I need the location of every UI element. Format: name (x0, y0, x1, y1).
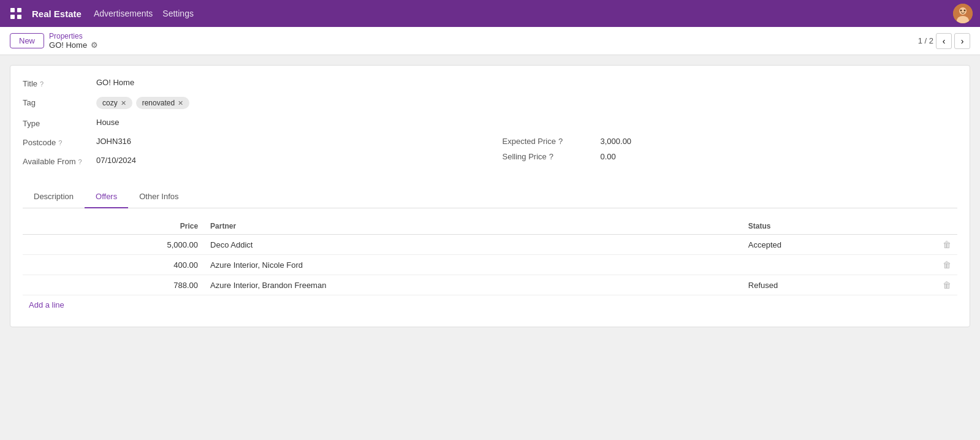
selling-price-value: 0.00 (601, 152, 616, 161)
col-header-status: Status (742, 218, 933, 235)
next-record-button[interactable]: › (954, 33, 970, 49)
selling-price-label: Selling Price ? (503, 152, 601, 161)
expected-price-value: 3,000.00 (601, 137, 632, 146)
available-from-value: 07/10/2024 (96, 156, 136, 165)
breadcrumb-bar: New Properties GO! Home ⚙ 1 / 2 ‹ › (0, 27, 980, 55)
col-header-price: Price (23, 218, 204, 235)
tab-description[interactable]: Description (23, 186, 85, 208)
svg-rect-1 (17, 8, 21, 12)
col-right: Expected Price ? 3,000.00 Selling Price … (478, 137, 958, 175)
title-label: Title ? (23, 78, 96, 88)
offers-table: Price Partner Status 5,000.00 Deco Addic… (23, 218, 957, 295)
available-from-label: Available From ? (23, 156, 96, 166)
type-value: House (96, 118, 120, 127)
user-avatar[interactable] (953, 4, 973, 23)
tab-offers[interactable]: Offers (85, 186, 128, 208)
col-header-partner: Partner (204, 218, 742, 235)
tag-renovated-label: renovated (142, 99, 175, 107)
breadcrumb-left: New Properties GO! Home ⚙ (10, 32, 98, 50)
available-from-help-icon[interactable]: ? (78, 158, 82, 165)
expected-price-row: Expected Price ? 3,000.00 (503, 137, 958, 146)
expected-price-label: Expected Price ? (503, 137, 601, 146)
svg-rect-3 (17, 15, 21, 19)
svg-point-8 (964, 10, 966, 12)
offer-action: 🗑 (933, 255, 957, 275)
offer-action: 🗑 (933, 275, 957, 295)
svg-rect-0 (10, 8, 15, 12)
offer-price: 400.00 (23, 255, 204, 275)
postcode-help-icon[interactable]: ? (58, 139, 62, 146)
pagination-label: 1 / 2 (918, 36, 933, 45)
delete-offer-icon[interactable]: 🗑 (943, 280, 951, 290)
title-help-icon[interactable]: ? (40, 80, 44, 88)
breadcrumb-path: Properties GO! Home ⚙ (49, 32, 98, 50)
nav-advertisements[interactable]: Advertisements (94, 9, 153, 18)
delete-offer-icon[interactable]: 🗑 (943, 260, 951, 270)
type-row: Type House (23, 118, 957, 128)
tag-cozy-remove[interactable]: ✕ (121, 99, 126, 107)
postcode-value: JOHN316 (96, 137, 131, 146)
selling-price-help-icon[interactable]: ? (549, 152, 553, 161)
nav-settings[interactable]: Settings (162, 9, 194, 18)
offer-partner: Deco Addict (204, 235, 742, 255)
expected-price-help-icon[interactable]: ? (558, 137, 563, 146)
offer-price: 5,000.00 (23, 235, 204, 255)
available-from-row: Available From ? 07/10/2024 (23, 156, 478, 166)
main-content: Title ? GO! Home Tag cozy ✕ renovated ✕ (0, 55, 980, 337)
offer-partner: Azure Interior, Brandon Freeman (204, 275, 742, 295)
col-header-action (933, 218, 957, 235)
delete-offer-icon[interactable]: 🗑 (943, 240, 951, 249)
tag-row: Tag cozy ✕ renovated ✕ (23, 97, 957, 109)
breadcrumb-current: GO! Home ⚙ (49, 40, 98, 50)
tag-list: cozy ✕ renovated ✕ (96, 97, 189, 109)
add-line-button[interactable]: Add a line (23, 295, 70, 314)
postcode-row: Postcode ? JOHN316 (23, 137, 478, 147)
tag-renovated-remove[interactable]: ✕ (178, 99, 183, 107)
offer-action: 🗑 (933, 235, 957, 255)
table-row: 788.00 Azure Interior, Brandon Freeman R… (23, 275, 957, 295)
tag-cozy: cozy ✕ (96, 97, 132, 109)
svg-point-7 (960, 10, 962, 12)
new-button[interactable]: New (10, 33, 44, 48)
tag-cozy-label: cozy (102, 99, 118, 107)
offer-status (742, 255, 933, 275)
two-col-section: Postcode ? JOHN316 Available From ? 07/1… (23, 137, 957, 175)
table-row: 5,000.00 Deco Addict Accepted 🗑 (23, 235, 957, 255)
selling-price-row: Selling Price ? 0.00 (503, 152, 958, 161)
tabs: Description Offers Other Infos (23, 186, 957, 208)
apps-icon[interactable] (7, 5, 25, 22)
tag-label: Tag (23, 97, 96, 107)
form-card: Title ? GO! Home Tag cozy ✕ renovated ✕ (10, 65, 970, 327)
postcode-label: Postcode ? (23, 137, 96, 147)
offer-status: Accepted (742, 235, 933, 255)
breadcrumb-current-label: GO! Home (49, 40, 87, 50)
svg-rect-2 (10, 15, 15, 19)
offer-status: Refused (742, 275, 933, 295)
tab-other-infos[interactable]: Other Infos (128, 186, 189, 208)
tag-renovated: renovated ✕ (136, 97, 189, 109)
prev-record-button[interactable]: ‹ (936, 33, 952, 49)
offers-table-header: Price Partner Status (23, 218, 957, 235)
title-row: Title ? GO! Home (23, 78, 957, 88)
offers-section: Price Partner Status 5,000.00 Deco Addic… (23, 218, 957, 314)
col-left: Postcode ? JOHN316 Available From ? 07/1… (23, 137, 478, 175)
type-label: Type (23, 118, 96, 128)
title-value: GO! Home (96, 78, 134, 87)
offer-price: 788.00 (23, 275, 204, 295)
breadcrumb-right: 1 / 2 ‹ › (918, 33, 970, 49)
breadcrumb-parent[interactable]: Properties (49, 32, 98, 40)
app-title[interactable]: Real Estate (32, 9, 82, 19)
offer-partner: Azure Interior, Nicole Ford (204, 255, 742, 275)
table-row: 400.00 Azure Interior, Nicole Ford 🗑 (23, 255, 957, 275)
top-navigation: Real Estate Advertisements Settings (0, 0, 980, 27)
settings-gear-icon[interactable]: ⚙ (91, 40, 98, 50)
